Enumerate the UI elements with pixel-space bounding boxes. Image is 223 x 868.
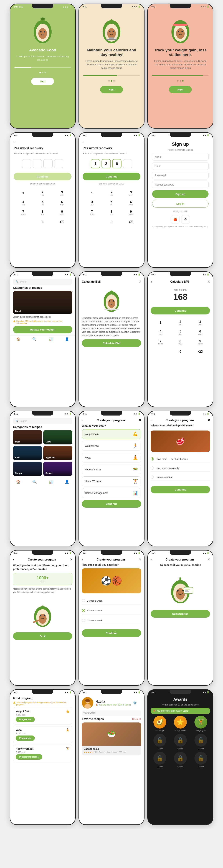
- key-backspace[interactable]: ⌫: [53, 217, 71, 227]
- key-6[interactable]: 6MNO: [191, 328, 210, 337]
- goal-yoga[interactable]: Yoga 🧘: [82, 453, 141, 463]
- salad-item[interactable]: Salad: [43, 430, 72, 444]
- award-first-recipe[interactable]: 🥑 First recipe: [151, 716, 169, 732]
- search-bar[interactable]: 🔍 Search: [13, 279, 72, 285]
- signup-button[interactable]: Sign up: [152, 190, 209, 198]
- key-5[interactable]: 5JKL: [170, 328, 190, 337]
- exercise-continue-btn[interactable]: Continue: [82, 629, 141, 637]
- exercise-opt-2[interactable]: 3 times a week: [82, 607, 141, 614]
- meat-card[interactable]: Meat: [13, 291, 72, 314]
- key-5[interactable]: 5JKL: [33, 198, 52, 208]
- key-7[interactable]: 7PQRS: [83, 208, 102, 217]
- nav-search2[interactable]: 🔍: [32, 479, 37, 484]
- nav-home[interactable]: 🏠: [16, 337, 21, 341]
- next-button[interactable]: Next: [31, 78, 54, 85]
- resend-link[interactable]: Send the code again 00:30: [14, 183, 71, 185]
- back-button[interactable]: ‹: [83, 141, 140, 144]
- key-4[interactable]: 4GHI: [83, 198, 102, 208]
- search-bar2[interactable]: 🔍 Search: [13, 418, 72, 424]
- prog-btn-3[interactable]: Programme calorie: [16, 754, 42, 760]
- key-1[interactable]: 1: [14, 189, 33, 198]
- back-arrow-icon[interactable]: ‹: [151, 419, 152, 422]
- nav-chart2[interactable]: 📊: [49, 479, 53, 484]
- goal-home-workout[interactable]: Home Workout 🏋️: [82, 476, 141, 486]
- key-0[interactable]: 0: [33, 217, 52, 227]
- back-button[interactable]: ‹: [14, 141, 71, 144]
- code-box-4[interactable]: [54, 159, 63, 168]
- code-box-4[interactable]: [123, 159, 132, 168]
- exercise-opt-3[interactable]: 4 times a week: [82, 617, 141, 624]
- meat-option-1[interactable]: I love meat – I eat it all the time: [151, 456, 210, 463]
- code-box-2[interactable]: [33, 159, 42, 168]
- back-arrow-icon[interactable]: ‹: [13, 558, 14, 561]
- appetizer-item[interactable]: Appetizer: [43, 446, 72, 460]
- nav-home2[interactable]: 🏠: [16, 479, 21, 484]
- password-input[interactable]: [152, 172, 209, 179]
- key-3[interactable]: 3DEF: [191, 318, 210, 327]
- close-icon2[interactable]: ✕: [208, 280, 210, 283]
- key-backspace[interactable]: ⌫: [121, 217, 140, 227]
- back-arrow-icon[interactable]: ‹: [151, 280, 152, 283]
- goal-weight-loss[interactable]: Weight Loss 🏃: [82, 441, 141, 451]
- key-2[interactable]: 2ABC: [102, 189, 121, 198]
- nav-profile2[interactable]: 👤: [65, 479, 69, 484]
- key-6[interactable]: 6MNO: [53, 198, 71, 208]
- key-9[interactable]: 9WXYZ: [191, 337, 210, 347]
- name-input[interactable]: [152, 153, 209, 160]
- soups-item[interactable]: Soups: [13, 462, 42, 476]
- back-arrow-icon[interactable]: ‹: [151, 558, 152, 561]
- drinks-item[interactable]: Drinks: [43, 462, 72, 476]
- next-button2[interactable]: Next: [100, 86, 123, 93]
- recipe-card[interactable]: 🥗 Caesar salad ★★★★½ 4.5 Cooking time: 2…: [82, 722, 141, 755]
- key-4[interactable]: 4GHI: [14, 198, 33, 208]
- meat-item[interactable]: Meat: [13, 430, 42, 444]
- goal-weight-gain[interactable]: Weight Gain 💪: [82, 429, 141, 439]
- close-icon6[interactable]: ✕: [139, 558, 141, 561]
- close-icon7[interactable]: ✕: [208, 558, 210, 561]
- code-box-1[interactable]: 1: [91, 159, 100, 168]
- go-btn[interactable]: Go it: [13, 632, 72, 640]
- goal-calorie[interactable]: Calorie Management 📊: [82, 488, 141, 498]
- key-1[interactable]: 1: [83, 189, 102, 198]
- delete-all-btn[interactable]: Delete all: [132, 718, 141, 720]
- award-weight-goal[interactable]: 🏋️ Weight goal: [192, 716, 210, 732]
- meat-option-3[interactable]: I never eat meat: [151, 474, 210, 481]
- key-8[interactable]: 8TUV: [102, 208, 121, 217]
- close-icon5[interactable]: ✕: [70, 558, 72, 561]
- nav-profile[interactable]: 👤: [65, 337, 69, 341]
- repeat-password-input[interactable]: [152, 181, 209, 188]
- prog-btn-2[interactable]: Programme: [16, 736, 35, 741]
- prog-btn-1[interactable]: Programme: [16, 717, 35, 722]
- key-0[interactable]: 0: [102, 217, 121, 227]
- code-box-2[interactable]: 2: [101, 159, 111, 168]
- key-5[interactable]: 5JKL: [102, 198, 121, 208]
- nav-search[interactable]: 🔍: [32, 337, 37, 341]
- key-0[interactable]: 0: [170, 347, 190, 356]
- key-3[interactable]: 3DEF: [53, 189, 71, 198]
- meat-option-2[interactable]: I eat meat occasionally: [151, 465, 210, 472]
- key-backspace[interactable]: ⌫: [191, 347, 210, 356]
- fish-item[interactable]: Fish: [13, 446, 42, 460]
- key-7[interactable]: 7PQRS: [14, 208, 33, 217]
- code-box-1[interactable]: [22, 159, 31, 168]
- goal-continue-btn[interactable]: Continue: [82, 500, 141, 508]
- key-4[interactable]: 4GHI: [151, 328, 170, 337]
- bmi2-continue-btn[interactable]: Continue: [151, 307, 210, 314]
- close-icon3[interactable]: ✕: [139, 418, 141, 422]
- resend-link2[interactable]: Send the code again 00:00: [83, 183, 140, 185]
- google-signin[interactable]: G: [181, 215, 190, 224]
- key-8[interactable]: 8TUV: [170, 337, 190, 347]
- exercise-opt-1[interactable]: 2 times a week: [82, 597, 141, 604]
- key-6[interactable]: 6MNO: [121, 198, 140, 208]
- code-box-3[interactable]: 6: [112, 159, 122, 168]
- goal-veg[interactable]: Vegetarianism 🥗: [82, 465, 141, 474]
- subscription-btn[interactable]: Subscription: [151, 610, 210, 618]
- continue-button[interactable]: Continue: [14, 173, 71, 180]
- continue-button2[interactable]: Continue: [83, 173, 140, 180]
- close-icon[interactable]: ✕: [139, 280, 141, 283]
- meat-continue-btn[interactable]: Continue: [151, 486, 210, 493]
- calculate-bmi-btn[interactable]: Calculate BMI: [82, 339, 141, 347]
- key-9[interactable]: 9WXYZ: [53, 208, 71, 217]
- award-streak[interactable]: ⭐ 7 days streak: [171, 716, 190, 732]
- settings-icon[interactable]: ⚙️: [133, 701, 137, 705]
